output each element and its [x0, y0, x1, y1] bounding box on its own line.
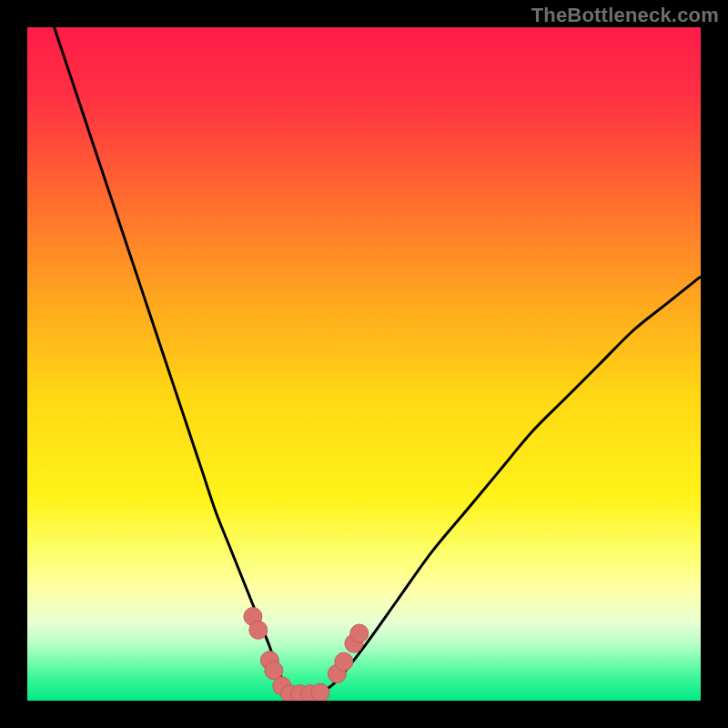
data-marker: [311, 683, 329, 701]
plot-area: [27, 27, 701, 701]
data-marker: [335, 652, 353, 671]
chart-frame: TheBottleneck.com: [0, 0, 728, 728]
data-marker: [249, 621, 268, 639]
data-marker: [350, 624, 369, 642]
watermark-text: TheBottleneck.com: [531, 4, 719, 27]
bottleneck-chart: [27, 27, 701, 701]
